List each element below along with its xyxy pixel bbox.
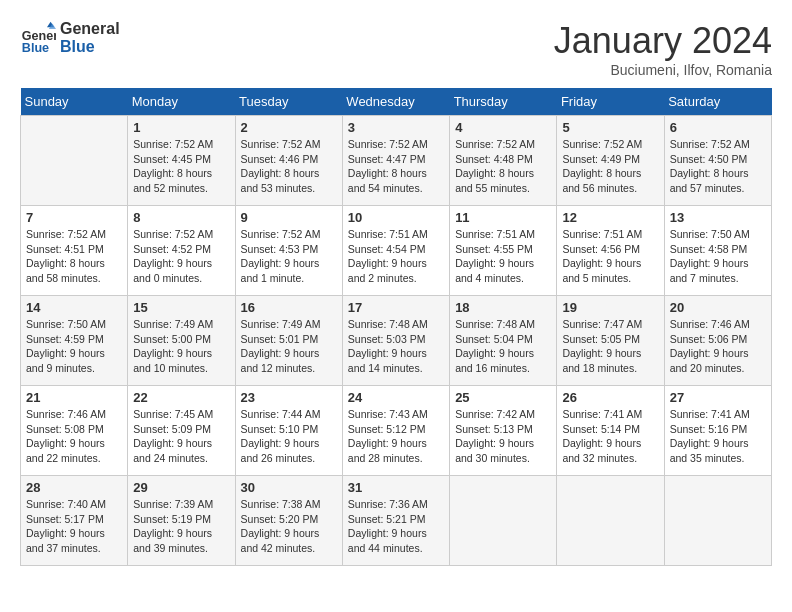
day-cell: 23Sunrise: 7:44 AMSunset: 5:10 PMDayligh…: [235, 386, 342, 476]
day-cell: 22Sunrise: 7:45 AMSunset: 5:09 PMDayligh…: [128, 386, 235, 476]
day-number: 11: [455, 210, 551, 225]
logo: General Blue General Blue: [20, 20, 120, 56]
week-row-1: 1Sunrise: 7:52 AMSunset: 4:45 PMDaylight…: [21, 116, 772, 206]
day-info: Sunrise: 7:52 AMSunset: 4:51 PMDaylight:…: [26, 227, 122, 286]
day-info: Sunrise: 7:52 AMSunset: 4:53 PMDaylight:…: [241, 227, 337, 286]
day-number: 26: [562, 390, 658, 405]
day-info: Sunrise: 7:39 AMSunset: 5:19 PMDaylight:…: [133, 497, 229, 556]
logo-blue: Blue: [60, 38, 120, 56]
day-cell: 31Sunrise: 7:36 AMSunset: 5:21 PMDayligh…: [342, 476, 449, 566]
day-info: Sunrise: 7:49 AMSunset: 5:01 PMDaylight:…: [241, 317, 337, 376]
day-cell: 26Sunrise: 7:41 AMSunset: 5:14 PMDayligh…: [557, 386, 664, 476]
day-info: Sunrise: 7:46 AMSunset: 5:06 PMDaylight:…: [670, 317, 766, 376]
day-cell: 21Sunrise: 7:46 AMSunset: 5:08 PMDayligh…: [21, 386, 128, 476]
day-cell: 11Sunrise: 7:51 AMSunset: 4:55 PMDayligh…: [450, 206, 557, 296]
day-info: Sunrise: 7:48 AMSunset: 5:04 PMDaylight:…: [455, 317, 551, 376]
day-cell: 3Sunrise: 7:52 AMSunset: 4:47 PMDaylight…: [342, 116, 449, 206]
day-cell: 14Sunrise: 7:50 AMSunset: 4:59 PMDayligh…: [21, 296, 128, 386]
day-cell: 13Sunrise: 7:50 AMSunset: 4:58 PMDayligh…: [664, 206, 771, 296]
day-number: 13: [670, 210, 766, 225]
day-number: 20: [670, 300, 766, 315]
day-info: Sunrise: 7:44 AMSunset: 5:10 PMDaylight:…: [241, 407, 337, 466]
dow-thursday: Thursday: [450, 88, 557, 116]
dow-sunday: Sunday: [21, 88, 128, 116]
day-number: 22: [133, 390, 229, 405]
logo-general: General: [60, 20, 120, 38]
day-info: Sunrise: 7:36 AMSunset: 5:21 PMDaylight:…: [348, 497, 444, 556]
day-number: 25: [455, 390, 551, 405]
days-of-week-header: SundayMondayTuesdayWednesdayThursdayFrid…: [21, 88, 772, 116]
day-info: Sunrise: 7:52 AMSunset: 4:47 PMDaylight:…: [348, 137, 444, 196]
day-number: 12: [562, 210, 658, 225]
day-info: Sunrise: 7:47 AMSunset: 5:05 PMDaylight:…: [562, 317, 658, 376]
day-cell: 15Sunrise: 7:49 AMSunset: 5:00 PMDayligh…: [128, 296, 235, 386]
day-cell: 29Sunrise: 7:39 AMSunset: 5:19 PMDayligh…: [128, 476, 235, 566]
day-cell: 24Sunrise: 7:43 AMSunset: 5:12 PMDayligh…: [342, 386, 449, 476]
day-cell: 7Sunrise: 7:52 AMSunset: 4:51 PMDaylight…: [21, 206, 128, 296]
day-cell: 16Sunrise: 7:49 AMSunset: 5:01 PMDayligh…: [235, 296, 342, 386]
location-subtitle: Buciumeni, Ilfov, Romania: [554, 62, 772, 78]
week-row-3: 14Sunrise: 7:50 AMSunset: 4:59 PMDayligh…: [21, 296, 772, 386]
day-cell: [557, 476, 664, 566]
day-number: 31: [348, 480, 444, 495]
dow-wednesday: Wednesday: [342, 88, 449, 116]
day-number: 6: [670, 120, 766, 135]
day-number: 4: [455, 120, 551, 135]
day-info: Sunrise: 7:43 AMSunset: 5:12 PMDaylight:…: [348, 407, 444, 466]
day-info: Sunrise: 7:49 AMSunset: 5:00 PMDaylight:…: [133, 317, 229, 376]
day-number: 18: [455, 300, 551, 315]
day-number: 19: [562, 300, 658, 315]
day-cell: 18Sunrise: 7:48 AMSunset: 5:04 PMDayligh…: [450, 296, 557, 386]
day-cell: 20Sunrise: 7:46 AMSunset: 5:06 PMDayligh…: [664, 296, 771, 386]
day-cell: 30Sunrise: 7:38 AMSunset: 5:20 PMDayligh…: [235, 476, 342, 566]
day-cell: 10Sunrise: 7:51 AMSunset: 4:54 PMDayligh…: [342, 206, 449, 296]
day-cell: 27Sunrise: 7:41 AMSunset: 5:16 PMDayligh…: [664, 386, 771, 476]
day-cell: 6Sunrise: 7:52 AMSunset: 4:50 PMDaylight…: [664, 116, 771, 206]
day-number: 15: [133, 300, 229, 315]
day-cell: 1Sunrise: 7:52 AMSunset: 4:45 PMDaylight…: [128, 116, 235, 206]
week-row-5: 28Sunrise: 7:40 AMSunset: 5:17 PMDayligh…: [21, 476, 772, 566]
day-cell: 12Sunrise: 7:51 AMSunset: 4:56 PMDayligh…: [557, 206, 664, 296]
day-number: 5: [562, 120, 658, 135]
day-number: 8: [133, 210, 229, 225]
day-cell: 2Sunrise: 7:52 AMSunset: 4:46 PMDaylight…: [235, 116, 342, 206]
day-info: Sunrise: 7:50 AMSunset: 4:58 PMDaylight:…: [670, 227, 766, 286]
day-info: Sunrise: 7:52 AMSunset: 4:49 PMDaylight:…: [562, 137, 658, 196]
day-info: Sunrise: 7:40 AMSunset: 5:17 PMDaylight:…: [26, 497, 122, 556]
day-number: 17: [348, 300, 444, 315]
day-info: Sunrise: 7:51 AMSunset: 4:55 PMDaylight:…: [455, 227, 551, 286]
day-info: Sunrise: 7:38 AMSunset: 5:20 PMDaylight:…: [241, 497, 337, 556]
day-info: Sunrise: 7:52 AMSunset: 4:46 PMDaylight:…: [241, 137, 337, 196]
day-cell: 5Sunrise: 7:52 AMSunset: 4:49 PMDaylight…: [557, 116, 664, 206]
day-cell: [450, 476, 557, 566]
day-info: Sunrise: 7:48 AMSunset: 5:03 PMDaylight:…: [348, 317, 444, 376]
calendar-body: 1Sunrise: 7:52 AMSunset: 4:45 PMDaylight…: [21, 116, 772, 566]
day-number: 24: [348, 390, 444, 405]
day-cell: 25Sunrise: 7:42 AMSunset: 5:13 PMDayligh…: [450, 386, 557, 476]
day-info: Sunrise: 7:52 AMSunset: 4:50 PMDaylight:…: [670, 137, 766, 196]
day-number: 23: [241, 390, 337, 405]
day-cell: 4Sunrise: 7:52 AMSunset: 4:48 PMDaylight…: [450, 116, 557, 206]
day-info: Sunrise: 7:50 AMSunset: 4:59 PMDaylight:…: [26, 317, 122, 376]
day-number: 3: [348, 120, 444, 135]
day-info: Sunrise: 7:46 AMSunset: 5:08 PMDaylight:…: [26, 407, 122, 466]
page-header: General Blue General Blue January 2024 B…: [20, 20, 772, 78]
dow-friday: Friday: [557, 88, 664, 116]
day-cell: 9Sunrise: 7:52 AMSunset: 4:53 PMDaylight…: [235, 206, 342, 296]
day-cell: 8Sunrise: 7:52 AMSunset: 4:52 PMDaylight…: [128, 206, 235, 296]
calendar-table: SundayMondayTuesdayWednesdayThursdayFrid…: [20, 88, 772, 566]
day-info: Sunrise: 7:42 AMSunset: 5:13 PMDaylight:…: [455, 407, 551, 466]
svg-text:Blue: Blue: [22, 41, 49, 55]
day-number: 21: [26, 390, 122, 405]
day-number: 16: [241, 300, 337, 315]
day-cell: [21, 116, 128, 206]
day-info: Sunrise: 7:52 AMSunset: 4:52 PMDaylight:…: [133, 227, 229, 286]
week-row-4: 21Sunrise: 7:46 AMSunset: 5:08 PMDayligh…: [21, 386, 772, 476]
day-number: 7: [26, 210, 122, 225]
day-number: 27: [670, 390, 766, 405]
day-info: Sunrise: 7:51 AMSunset: 4:54 PMDaylight:…: [348, 227, 444, 286]
dow-monday: Monday: [128, 88, 235, 116]
title-block: January 2024 Buciumeni, Ilfov, Romania: [554, 20, 772, 78]
day-number: 9: [241, 210, 337, 225]
day-info: Sunrise: 7:45 AMSunset: 5:09 PMDaylight:…: [133, 407, 229, 466]
